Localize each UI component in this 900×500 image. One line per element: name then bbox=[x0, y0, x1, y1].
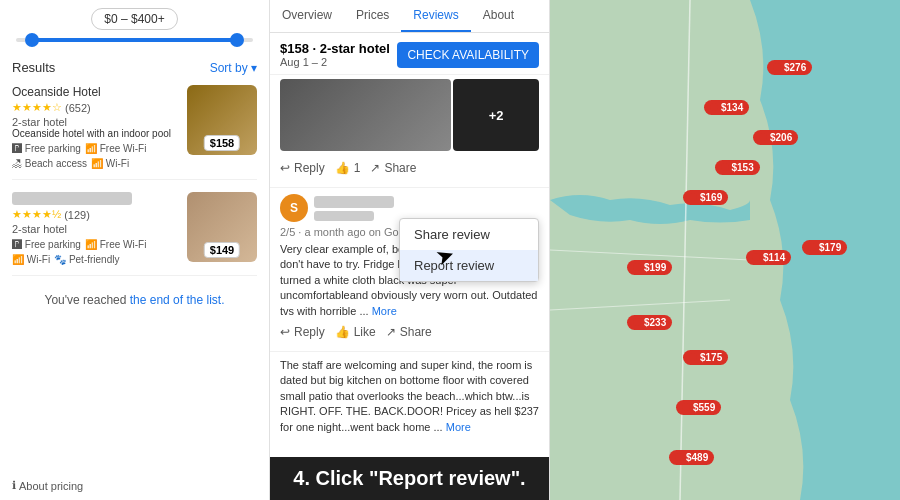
thumbsup-icon-2: 👍 bbox=[335, 325, 350, 339]
slider-thumb-left[interactable] bbox=[25, 33, 39, 47]
amenities-2: 🅿 Free parking 📶 Free Wi-Fi 📶 Wi-Fi 🐾 Pe… bbox=[12, 239, 179, 265]
price-slider[interactable] bbox=[16, 38, 253, 42]
review-text-3: The staff are welcoming and super kind, … bbox=[280, 358, 539, 435]
map-pin-206[interactable]: $206 bbox=[753, 130, 798, 145]
photo-main[interactable] bbox=[280, 79, 451, 151]
hotel-card-1[interactable]: Oceanside Hotel ★★★★☆ (652) 2-star hotel… bbox=[12, 85, 257, 180]
date-range: Aug 1 – 2 bbox=[280, 56, 390, 68]
middle-panel: Overview Prices Reviews About $158 · 2-s… bbox=[270, 0, 550, 500]
review-3-section: The staff are welcoming and super kind, … bbox=[270, 351, 549, 441]
stars-row-2: ★★★★½ (129) bbox=[12, 208, 179, 221]
review-1-actions: ↩ Reply 👍 1 ↗ Share bbox=[280, 161, 539, 175]
hotel-info-1: Oceanside Hotel ★★★★☆ (652) 2-star hotel… bbox=[12, 85, 179, 169]
hotel-card-2[interactable]: ★★★★½ (129) 2-star hotel 🅿 Free parking … bbox=[12, 192, 257, 276]
amenity-wifi-2: 📶 Free Wi-Fi bbox=[85, 239, 146, 250]
map-pin-559[interactable]: $559 bbox=[676, 400, 721, 415]
amenity-pet-2: 🐾 Pet-friendly bbox=[54, 254, 119, 265]
photos-strip: +2 bbox=[270, 75, 549, 155]
amenity-parking-2: 🅿 Free parking bbox=[12, 239, 81, 250]
hotel-img-wrap-1: $158 bbox=[187, 85, 257, 155]
check-availability-button[interactable]: CHECK AVAILABILITY bbox=[397, 42, 539, 68]
tab-about[interactable]: About bbox=[471, 0, 526, 32]
thumbsup-icon-1: 👍 bbox=[335, 161, 350, 175]
review-more-3[interactable]: More bbox=[446, 421, 471, 433]
hotel-name-2 bbox=[12, 192, 132, 205]
map-pin-179[interactable]: $179 bbox=[802, 240, 847, 255]
share-button-2[interactable]: ↗ Share bbox=[386, 325, 432, 339]
stars-2: ★★★★½ bbox=[12, 208, 61, 221]
map-pin-489[interactable]: $489 bbox=[669, 450, 714, 465]
hotel-price-info: $158 · 2-star hotel Aug 1 – 2 bbox=[280, 41, 390, 68]
map-background bbox=[550, 0, 900, 500]
price-display: $158 · 2-star hotel bbox=[280, 41, 390, 56]
hotel-name-1: Oceanside Hotel bbox=[12, 85, 179, 99]
reply-icon-2: ↩ bbox=[280, 325, 290, 339]
context-menu: Share review Report review bbox=[399, 218, 539, 282]
about-pricing[interactable]: ℹ About pricing bbox=[12, 479, 257, 492]
share-icon-2: ↗ bbox=[386, 325, 396, 339]
stars-row-1: ★★★★☆ (652) bbox=[12, 101, 179, 114]
left-panel: $0 – $400+ Results Sort by ▾ Oceanside H… bbox=[0, 0, 270, 500]
price-range-badge[interactable]: $0 – $400+ bbox=[91, 8, 177, 30]
map-pin-153[interactable]: $153 bbox=[715, 160, 760, 175]
hotel-price-tag-1: $158 bbox=[204, 135, 240, 151]
review-2-section: S 2/5 · a month ago on Google Very clear… bbox=[270, 188, 549, 351]
map-pin-169[interactable]: $169 bbox=[683, 190, 728, 205]
like-button-2[interactable]: 👍 Like bbox=[335, 325, 376, 339]
map-pin-114[interactable]: $114 bbox=[746, 250, 791, 265]
map-pin-276[interactable]: $276 bbox=[767, 60, 812, 75]
map-pin-175[interactable]: $175 bbox=[683, 350, 728, 365]
map-pin-233[interactable]: $233 bbox=[627, 315, 672, 330]
reviewer-meta-2 bbox=[314, 196, 394, 221]
tab-reviews[interactable]: Reviews bbox=[401, 0, 470, 32]
reply-button-1[interactable]: ↩ Reply bbox=[280, 161, 325, 175]
review-count-2: (129) bbox=[64, 209, 90, 221]
sort-button[interactable]: Sort by ▾ bbox=[210, 61, 257, 75]
photo-plus[interactable]: +2 bbox=[453, 79, 539, 151]
hotel-img-wrap-2: $149 bbox=[187, 192, 257, 262]
stars-1: ★★★★☆ bbox=[12, 101, 62, 114]
hotel-type-1: 2-star hotel bbox=[12, 116, 179, 128]
slider-thumb-right[interactable] bbox=[230, 33, 244, 47]
hotel-desc-1: Oceanside hotel with an indoor pool bbox=[12, 128, 179, 139]
amenity-beach-1: 🏖 Beach access bbox=[12, 158, 87, 169]
amenity-parking-1: 🅿 Free parking bbox=[12, 143, 81, 154]
review-2-actions: ↩ Reply 👍 Like ↗ Share bbox=[280, 325, 539, 339]
map-pin-199[interactable]: $199 bbox=[627, 260, 672, 275]
reply-icon-1: ↩ bbox=[280, 161, 290, 175]
map-panel: $276 $134 $206 $153 $169 $199 $114 $179 … bbox=[550, 0, 900, 500]
report-review-menuitem[interactable]: Report review bbox=[400, 250, 538, 281]
tabs-row: Overview Prices Reviews About bbox=[270, 0, 549, 33]
reviewer-avatar-2: S bbox=[280, 194, 308, 222]
share-button-1[interactable]: ↗ Share bbox=[370, 161, 416, 175]
reviewer-sub-blurred bbox=[314, 211, 374, 221]
review-more-2[interactable]: More bbox=[372, 305, 397, 317]
results-label: Results bbox=[12, 60, 55, 75]
hotel-price-tag-2: $149 bbox=[204, 242, 240, 258]
amenity-wifi-1: 📶 Free Wi-Fi bbox=[85, 143, 146, 154]
reply-button-2[interactable]: ↩ Reply bbox=[280, 325, 325, 339]
amenity-wifi2-2: 📶 Wi-Fi bbox=[12, 254, 50, 265]
map-pin-134[interactable]: $134 bbox=[704, 100, 749, 115]
amenity-wifi2-1: 📶 Wi-Fi bbox=[91, 158, 129, 169]
like-button-1[interactable]: 👍 1 bbox=[335, 161, 361, 175]
reviewer-name-blurred bbox=[314, 196, 394, 208]
hotel-price-row: $158 · 2-star hotel Aug 1 – 2 CHECK AVAI… bbox=[270, 33, 549, 75]
end-of-list-link[interactable]: the end of the list. bbox=[130, 293, 225, 307]
end-of-list: You've reached the end of the list. bbox=[12, 293, 257, 307]
results-header: Results Sort by ▾ bbox=[12, 60, 257, 75]
amenities-1: 🅿 Free parking 📶 Free Wi-Fi 🏖 Beach acce… bbox=[12, 143, 179, 169]
review-count-1: (652) bbox=[65, 102, 91, 114]
share-review-menuitem[interactable]: Share review bbox=[400, 219, 538, 250]
hotel-info-2: ★★★★½ (129) 2-star hotel 🅿 Free parking … bbox=[12, 192, 179, 265]
share-icon-1: ↗ bbox=[370, 161, 380, 175]
instruction-bar: 4. Click "Report review". bbox=[270, 457, 549, 500]
price-range-section: $0 – $400+ bbox=[12, 8, 257, 50]
hotel-type-2: 2-star hotel bbox=[12, 223, 179, 235]
review-1-section: ↩ Reply 👍 1 ↗ Share bbox=[270, 155, 549, 188]
tab-prices[interactable]: Prices bbox=[344, 0, 401, 32]
info-icon: ℹ bbox=[12, 479, 16, 492]
tab-overview[interactable]: Overview bbox=[270, 0, 344, 32]
